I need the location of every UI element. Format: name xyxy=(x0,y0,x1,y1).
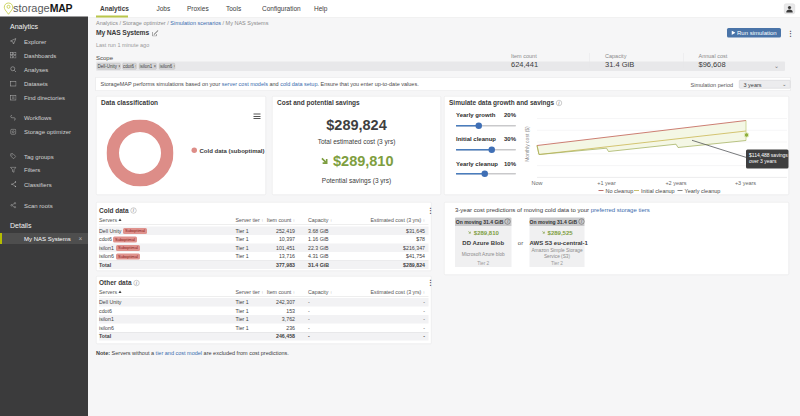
svg-text:over 3 years: over 3 years xyxy=(749,158,777,164)
svg-text:Initial cleanup: Initial cleanup xyxy=(641,188,675,194)
svg-text:+2 years: +2 years xyxy=(665,180,686,186)
svg-text:$114,488 savings: $114,488 savings xyxy=(749,152,788,158)
svg-text:+3 years: +3 years xyxy=(735,180,756,186)
svg-text:Now: Now xyxy=(531,180,542,186)
svg-text:No cleanup: No cleanup xyxy=(606,188,634,194)
svg-text:Monthly cost ($): Monthly cost ($) xyxy=(524,126,530,162)
svg-text:+1 year: +1 year xyxy=(597,180,616,186)
svg-text:Yearly cleanup: Yearly cleanup xyxy=(685,188,721,194)
